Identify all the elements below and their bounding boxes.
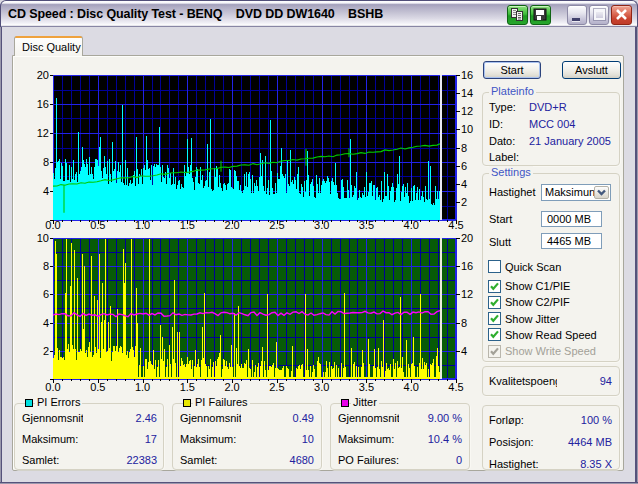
svg-text:8: 8 — [43, 156, 49, 168]
svg-text:3.5: 3.5 — [359, 219, 374, 231]
svg-text:20: 20 — [37, 69, 49, 81]
svg-text:2.5: 2.5 — [269, 219, 284, 231]
svg-text:2.0: 2.0 — [224, 381, 239, 393]
svg-text:12: 12 — [37, 127, 49, 139]
svg-text:16: 16 — [37, 98, 49, 110]
svg-text:0.0: 0.0 — [45, 381, 60, 393]
svg-text:12: 12 — [461, 105, 473, 117]
svg-text:2.0: 2.0 — [224, 219, 239, 231]
svg-text:0.0: 0.0 — [45, 219, 60, 231]
svg-text:2.5: 2.5 — [269, 381, 284, 393]
svg-text:14: 14 — [461, 87, 473, 99]
svg-text:1.5: 1.5 — [180, 381, 195, 393]
svg-text:16: 16 — [461, 260, 473, 272]
svg-text:12: 12 — [461, 288, 473, 300]
svg-text:1.0: 1.0 — [135, 219, 150, 231]
svg-text:4.5: 4.5 — [448, 219, 463, 231]
svg-text:2: 2 — [43, 345, 49, 357]
svg-text:4: 4 — [43, 185, 49, 197]
svg-text:4: 4 — [43, 317, 49, 329]
svg-text:3.0: 3.0 — [314, 381, 329, 393]
svg-text:4.0: 4.0 — [404, 381, 419, 393]
svg-text:6: 6 — [461, 160, 467, 172]
svg-text:16: 16 — [461, 69, 473, 81]
svg-text:20: 20 — [461, 232, 473, 244]
svg-text:10: 10 — [461, 123, 473, 135]
svg-text:4: 4 — [461, 178, 467, 190]
svg-text:3.5: 3.5 — [359, 381, 374, 393]
svg-text:8: 8 — [461, 142, 467, 154]
svg-text:10: 10 — [37, 232, 49, 244]
svg-text:2: 2 — [461, 196, 467, 208]
svg-text:0.5: 0.5 — [90, 381, 105, 393]
svg-text:1.5: 1.5 — [180, 219, 195, 231]
svg-text:8: 8 — [461, 317, 467, 329]
svg-text:0.5: 0.5 — [90, 219, 105, 231]
svg-text:1.0: 1.0 — [135, 381, 150, 393]
svg-text:3.0: 3.0 — [314, 219, 329, 231]
svg-text:4: 4 — [461, 345, 467, 357]
svg-text:4.5: 4.5 — [448, 381, 463, 393]
svg-text:4.0: 4.0 — [404, 219, 419, 231]
svg-text:6: 6 — [43, 288, 49, 300]
svg-text:8: 8 — [43, 260, 49, 272]
